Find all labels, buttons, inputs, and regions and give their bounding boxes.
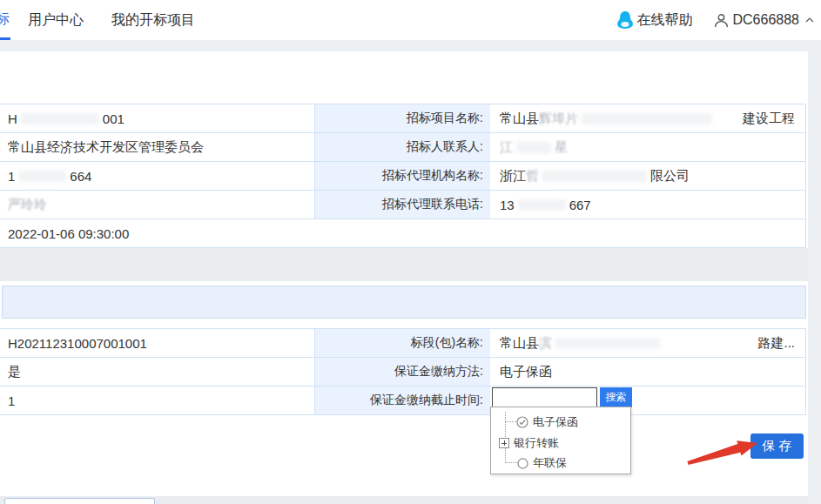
tenderer-name-value: 常山县经济技术开发区管理委员会 [0,133,315,161]
person-icon [714,13,729,28]
bottom-partial-panel [4,498,155,504]
count-value: 1 [0,386,315,414]
dropdown-item-label: 年联保 [533,455,567,471]
redaction-smudge [582,113,712,124]
redaction-smudge [516,142,551,153]
dropdown-item-label: 银行转账 [514,435,559,451]
page: 标 用户中心 我的开标项目 在线帮助 DC666888 [0,0,821,504]
section-gap [0,248,808,281]
redacted-fragment: 667 [569,198,591,212]
redaction-smudge [18,171,66,182]
redacted-fragment: 13 [500,198,515,212]
redacted-faint: 江 [500,139,513,156]
field-label: 招标代理机构名称: [315,162,490,190]
table-row: 1 保证金缴纳截止时间: 搜索 [0,386,805,415]
field-label: 保证金缴纳截止时间: [315,386,490,414]
table-row: H001 招标项目名称: 常山县辉埠片 建设工程 [0,104,805,133]
tree-connector [505,421,516,422]
table-row: 2022-01-06 09:30:00 [0,219,805,248]
dropdown-item-annual-guarantee[interactable]: 年联保 [517,455,567,471]
field-label: 招标人联系人: [315,133,490,161]
bid-opening-time-value: 2022-01-06 09:30:00 [0,219,805,247]
table-row: H202112310007001001 标段(包)名称: 常山县滨 路建... [0,329,805,358]
redacted-faint: 哲 [526,168,539,185]
redacted-fragment: 664 [70,169,91,184]
redacted-fragment: 常山县 [500,335,539,352]
redacted-faint: 星 [555,139,568,156]
tree-expand-icon[interactable] [499,438,509,448]
agency-contact-value: 严玲玲 [0,191,315,218]
right-gutter [808,40,821,504]
divider-band [0,40,821,51]
agency-phone-value: 13667 [490,191,805,218]
radio-checked-icon [516,416,528,428]
redaction-smudge [21,113,99,124]
project-name-value: 常山县辉埠片 建设工程 [490,104,805,132]
qq-help-icon [617,11,633,29]
online-help-label: 在线帮助 [637,11,693,30]
table-row: 是 保证金缴纳方法: 电子保函 [0,358,805,386]
redacted-fragment: 建设工程 [743,111,795,127]
section-name-value: 常山县滨 路建... [490,329,805,357]
nav-tab-partial[interactable]: 标 [0,10,10,29]
table-row: 严玲玲 招标代理联系电话: 13667 [0,191,805,219]
dropdown-item-electronic-guarantee[interactable]: 电子保函 [516,414,578,430]
deadline-input[interactable] [492,387,597,407]
redacted-faint: 滨 [539,335,552,352]
project-info-table: H001 招标项目名称: 常山县辉埠片 建设工程 常山县经济技术开发区管理委员会… [0,104,806,248]
section-number-value: H202112310007001001 [0,329,315,357]
section-header-band [2,286,806,319]
nav-item-my-bid-projects[interactable]: 我的开标项目 [111,11,195,30]
field-label: 标段(包)名称: [315,329,490,357]
online-help[interactable]: 在线帮助 [617,11,693,30]
redacted-fragment: H [8,111,17,126]
redacted-fragment: 浙江 [500,168,526,185]
agency-name-value: 浙江哲限公司 [490,162,805,190]
field-label: 招标项目名称: [315,104,490,132]
truncated-fragment: 路建... [757,335,795,352]
search-button[interactable]: 搜索 [600,387,632,407]
field-label: 保证金缴纳方法: [315,358,490,386]
dropdown-item-bank-transfer[interactable]: 银行转账 [499,435,559,451]
nav-right: 在线帮助 DC666888 [617,0,815,40]
redaction-smudge [518,199,566,211]
tenderer-phone-value: 1664 [0,162,315,190]
dropdown-item-label: 电子保函 [533,414,578,430]
redacted-fragment: 001 [103,111,124,126]
project-number-value: H001 [0,104,315,132]
radio-unchecked-icon [517,458,528,469]
redacted-fragment: 常山县 [500,111,539,127]
bid-section-table: H202112310007001001 标段(包)名称: 常山县滨 路建... … [0,328,806,415]
yes-value: 是 [0,358,315,386]
nav-item-user-center[interactable]: 用户中心 [28,11,84,30]
username: DC666888 [733,12,800,28]
redaction-smudge [542,171,647,182]
redaction-smudge [555,338,660,349]
field-label: 招标代理联系电话: [315,191,490,218]
save-button[interactable]: 保 存 [750,433,804,459]
deposit-method-value: 电子保函 [490,358,805,386]
table-row: 1664 招标代理机构名称: 浙江哲限公司 [0,162,805,191]
top-nav: 标 用户中心 我的开标项目 在线帮助 DC666888 [0,0,821,40]
redacted-faint: 严玲玲 [8,197,47,213]
deposit-method-dropdown: 电子保函 银行转账 年联保 [490,407,631,474]
redacted-fragment: 1 [8,169,15,184]
redacted-faint: 辉埠片 [539,111,578,127]
user-menu[interactable]: DC666888 [714,12,815,28]
tree-connector [505,462,517,463]
active-tab-underline [0,37,10,40]
chevron-up-icon [805,17,814,23]
table-row: 常山县经济技术开发区管理委员会 招标人联系人: 江星 [0,133,805,162]
redacted-fragment: 限公司 [650,168,690,185]
tenderer-contact-value: 江星 [490,133,805,161]
